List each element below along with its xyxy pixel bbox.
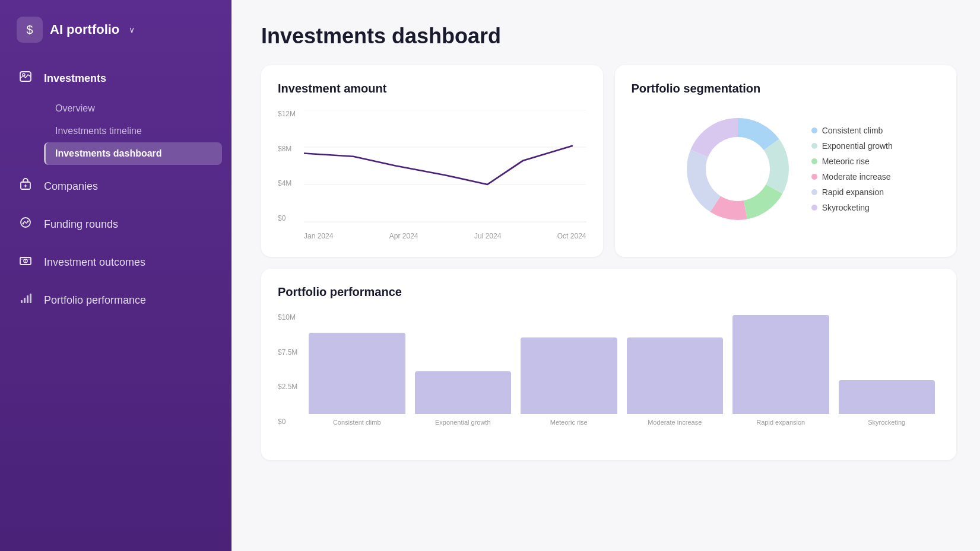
bar-chart: $10M $7.5M $2.5M $0 Consistent climb Exp… [278,313,940,444]
x-label-jul: Jul 2024 [474,232,501,240]
bar-meteoric-rise-bar [521,337,617,414]
legend-dot-exponential-growth [811,143,817,149]
x-label-oct: Oct 2024 [557,232,586,240]
bar-y-7-5m: $7.5M [278,348,302,356]
bar-rapid-expansion-bar [732,315,829,414]
svg-point-6 [23,223,24,225]
svg-rect-12 [24,298,26,303]
bar-moderate-increase: Moderate increase [627,313,724,426]
y-label-8m: $8M [278,145,302,153]
nav-section-companies: Companies [9,170,222,203]
sidebar-item-overview[interactable]: Overview [44,97,222,120]
legend-consistent-climb: Consistent climb [811,126,893,135]
sidebar-item-investments-timeline[interactable]: Investments timeline [44,120,222,142]
bar-exponential-growth-label: Exponential growth [435,419,491,426]
bar-skyrocketing-bar [839,380,935,414]
y-label-4m: $4M [278,179,302,187]
legend-moderate-increase: Moderate increase [811,172,893,181]
legend-dot-moderate-increase [811,174,817,180]
legend-dot-meteoric-rise [811,158,817,164]
legend-label-consistent-climb: Consistent climb [822,126,883,135]
sidebar-item-companies[interactable]: Companies [9,170,222,203]
app-logo: $ [17,17,43,43]
main-content: Investments dashboard Investment amount … [231,0,980,551]
y-label-0: $0 [278,214,302,222]
investment-amount-card: Investment amount $12M $8M $4M $0 [261,65,603,257]
bar-y-0: $0 [278,418,302,426]
nav-section-portfolio-performance: Portfolio performance [9,284,222,317]
legend-label-moderate-increase: Moderate increase [822,172,891,181]
donut-legend: Consistent climb Exponential growth Mete… [811,126,893,212]
donut-chart [678,110,797,228]
line-chart: $12M $8M $4M $0 [278,110,586,240]
legend-exponential-growth: Exponential growth [811,141,893,151]
portfolio-segmentation-title: Portfolio segmentation [632,82,940,95]
sidebar-item-investments-dashboard[interactable]: Investments dashboard [44,142,222,165]
portfolio-performance-icon [19,292,34,308]
chevron-down-icon[interactable]: ∨ [129,25,135,34]
sidebar-item-investment-outcomes[interactable]: Investment outcomes [9,246,222,279]
bar-meteoric-rise: Meteoric rise [521,313,617,426]
nav-section-investment-outcomes: Investment outcomes [9,246,222,279]
svg-rect-13 [27,295,28,303]
nav-section-funding-rounds: Funding rounds [9,208,222,241]
bar-chart-y-labels: $10M $7.5M $2.5M $0 [278,313,302,426]
bar-chart-plot: Consistent climb Exponential growth Mete… [304,313,940,426]
page-title: Investments dashboard [261,24,956,49]
line-chart-plot [304,110,586,222]
legend-skyrocketing: Skyrocketing [811,203,893,212]
bar-skyrocketing-label: Skyrocketing [868,419,905,426]
bar-moderate-increase-label: Moderate increase [648,419,702,426]
funding-rounds-icon [19,216,34,232]
investment-amount-title: Investment amount [278,82,586,95]
bar-consistent-climb-bar [309,333,405,414]
bar-exponential-growth: Exponential growth [415,313,512,426]
portfolio-performance-title: Portfolio performance [278,285,940,299]
portfolio-segmentation-card: Portfolio segmentation [615,65,957,257]
investments-sub-nav: Overview Investments timeline Investment… [9,97,222,165]
dollar-icon: $ [26,23,33,37]
legend-label-skyrocketing: Skyrocketing [822,203,870,212]
bar-consistent-climb: Consistent climb [309,313,405,426]
legend-label-rapid-expansion: Rapid expansion [822,187,884,197]
bar-consistent-climb-label: Consistent climb [333,419,381,426]
sidebar-item-funding-rounds[interactable]: Funding rounds [9,208,222,241]
legend-dot-skyrocketing [811,205,817,211]
svg-point-7 [27,221,29,222]
bars-container: Consistent climb Exponential growth Mete… [304,313,940,426]
legend-label-meteoric-rise: Meteoric rise [822,157,870,166]
sidebar-header: $ AI portfolio ∨ [0,0,231,62]
bar-y-10m: $10M [278,313,302,321]
x-label-apr: Apr 2024 [389,232,418,240]
bar-y-2-5m: $2.5M [278,383,302,391]
svg-rect-11 [21,300,23,303]
sidebar-nav: Investments Overview Investments timelin… [0,62,231,321]
bar-moderate-increase-bar [627,337,724,414]
line-chart-x-labels: Jan 2024 Apr 2024 Jul 2024 Oct 2024 [304,232,586,240]
x-label-jan: Jan 2024 [304,232,333,240]
sidebar-item-investments[interactable]: Investments [9,62,222,95]
portfolio-performance-card: Portfolio performance $10M $7.5M $2.5M $… [261,269,956,460]
investments-icon [19,70,34,87]
bar-rapid-expansion-label: Rapid expansion [756,419,805,426]
investment-outcomes-icon [19,254,34,270]
legend-dot-consistent-climb [811,128,817,133]
bar-meteoric-rise-label: Meteoric rise [550,419,588,426]
nav-section-investments: Investments Overview Investments timelin… [9,62,222,165]
bar-rapid-expansion: Rapid expansion [732,313,829,426]
legend-meteoric-rise: Meteoric rise [811,157,893,166]
sidebar-investments-label: Investments [44,72,106,85]
svg-point-25 [707,138,769,200]
companies-icon [19,178,34,195]
legend-label-exponential-growth: Exponential growth [822,141,893,151]
sidebar: $ AI portfolio ∨ Investments Overview [0,0,231,551]
donut-chart-container: Consistent climb Exponential growth Mete… [632,110,940,228]
legend-rapid-expansion: Rapid expansion [811,187,893,197]
svg-point-10 [25,260,26,262]
legend-dot-rapid-expansion [811,189,817,195]
line-chart-y-labels: $12M $8M $4M $0 [278,110,302,222]
app-name: AI portfolio [50,22,119,37]
sidebar-item-portfolio-performance[interactable]: Portfolio performance [9,284,222,317]
bar-exponential-growth-bar [415,371,512,414]
svg-rect-14 [30,294,31,303]
